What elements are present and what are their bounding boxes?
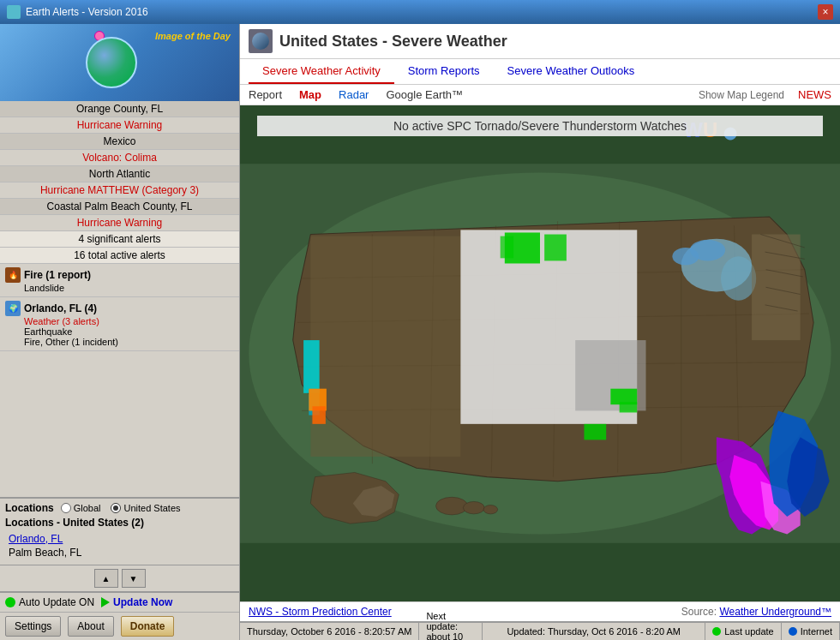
orlando-weather[interactable]: Weather (3 alerts) <box>5 316 234 326</box>
update-now-label: Update Now <box>113 596 172 608</box>
subtab-map[interactable]: Map <box>299 88 321 101</box>
svg-rect-22 <box>303 340 320 393</box>
wu-source: Source: Weather Underground™ <box>681 606 831 618</box>
fire-group: 🔥 Fire (1 report) Landslide <box>0 264 239 297</box>
locations-bar: Locations Global United States <box>0 497 239 565</box>
next-update-text: Next update: about 10 minutes <box>426 611 475 640</box>
fire-label[interactable]: Fire (1 report) <box>24 269 91 281</box>
nws-link[interactable]: NWS - Storm Prediction Center <box>249 606 392 618</box>
wu-link[interactable]: Weather Underground™ <box>719 606 831 618</box>
last-update-dot <box>712 627 721 636</box>
show-legend-link[interactable]: Show Map Legend <box>699 89 784 101</box>
global-label: Global <box>74 503 101 513</box>
alert-type-4[interactable]: Hurricane Warning <box>0 215 239 231</box>
fire-icon: 🔥 <box>5 267 21 283</box>
play-icon <box>101 597 110 607</box>
location-radio-group: Global United States <box>61 503 181 513</box>
status-updated: Updated: Thursday, Oct 6 2016 - 8:20 AM <box>483 623 705 640</box>
svg-point-27 <box>721 256 756 300</box>
right-panel-title: United States - Severe Weather <box>279 33 507 51</box>
about-button[interactable]: About <box>68 616 113 637</box>
auto-update-label: Auto Update ON <box>19 596 94 608</box>
title-bar-text: Earth Alerts - Version 2016 <box>26 6 148 18</box>
globe-icon <box>86 37 137 88</box>
sub-tabs: Report Map Radar Google Earth™ Show Map … <box>240 85 840 105</box>
nav-tabs: Severe Weather Activity Storm Reports Se… <box>240 59 840 85</box>
locations-tab-label: Locations <box>5 502 54 514</box>
svg-point-29 <box>436 497 468 515</box>
nav-arrows: ▲ ▼ <box>0 565 239 591</box>
settings-button[interactable]: Settings <box>5 616 61 637</box>
svg-rect-21 <box>584 424 606 440</box>
location-list: Orlando, FL Palm Beach, FL <box>5 530 234 561</box>
status-last-update: Last update <box>705 623 782 640</box>
svg-rect-13 <box>310 236 460 457</box>
us-label: United States <box>123 503 180 513</box>
left-panel: Image of the Day Orange County, FL Hurri… <box>0 24 240 640</box>
tab-severe-weather[interactable]: Severe Weather Activity <box>249 59 394 84</box>
svg-point-33 <box>690 240 725 261</box>
internet-dot <box>789 627 797 636</box>
orlando-group: 🌍 Orlando, FL (4) Weather (3 alerts) Ear… <box>0 297 239 351</box>
news-label[interactable]: NEWS <box>798 88 831 101</box>
auto-update-dot <box>5 597 15 607</box>
subtab-googleearth[interactable]: Google Earth™ <box>386 88 463 101</box>
right-panel: United States - Severe Weather Severe We… <box>240 24 840 640</box>
status-next-update: Next update: about 10 minutes <box>419 623 483 640</box>
app-icon <box>7 5 21 19</box>
us-radio[interactable]: United States <box>111 503 180 513</box>
alert-list: Orange County, FL Hurricane Warning Mexi… <box>0 101 239 497</box>
us-map-svg <box>240 105 840 601</box>
arrow-down-button[interactable]: ▼ <box>122 569 146 588</box>
status-bar: Thursday, October 6 2016 - 8:20:57 AM Ne… <box>240 621 840 640</box>
svg-rect-18 <box>501 236 513 259</box>
bottom-right-bar: NWS - Storm Prediction Center Source: We… <box>240 601 840 621</box>
auto-update-status: Auto Update ON <box>5 596 94 608</box>
locations-list-title: Locations - United States (2) <box>5 517 234 529</box>
subtab-report[interactable]: Report <box>249 88 282 101</box>
svg-rect-25 <box>312 406 325 424</box>
location-orlando[interactable]: Orlando, FL <box>5 532 234 546</box>
orlando-label[interactable]: Orlando, FL (4) <box>24 302 97 314</box>
alert-type-3[interactable]: Hurricane MATTHEW (Category 3) <box>0 182 239 199</box>
internet-label: Internet <box>801 626 832 637</box>
status-internet: Internet <box>782 623 840 640</box>
orlando-icon: 🌍 <box>5 301 21 316</box>
alert-region-3[interactable]: North Atlantic <box>0 166 239 182</box>
bottom-buttons: Settings About Donate <box>0 612 239 640</box>
alert-region-4[interactable]: Coastal Palm Beach County, FL <box>0 199 239 215</box>
tab-storm-reports[interactable]: Storm Reports <box>394 59 494 84</box>
image-of-day-label: Image of the Day <box>155 31 231 42</box>
arrow-up-button[interactable]: ▲ <box>94 569 118 588</box>
svg-rect-17 <box>544 235 567 261</box>
orlando-earthquake[interactable]: Earthquake <box>5 326 234 337</box>
alert-type-1[interactable]: Hurricane Warning <box>0 117 239 134</box>
svg-point-31 <box>483 505 497 514</box>
globe-area: Image of the Day <box>0 24 239 101</box>
alert-region-1[interactable]: Orange County, FL <box>0 101 239 117</box>
donate-button[interactable]: Donate <box>121 616 175 637</box>
svg-point-30 <box>463 501 484 513</box>
svg-rect-28 <box>752 235 801 341</box>
svg-rect-20 <box>620 402 638 412</box>
updated-text: Updated: Thursday, Oct 6 2016 - 8:20 AM <box>507 626 681 637</box>
alert-region-2[interactable]: Mexico <box>0 134 239 150</box>
subtab-radar[interactable]: Radar <box>339 88 369 101</box>
no-watch-message: No active SPC Tornado/Severe Thunderstor… <box>257 116 823 136</box>
sub-tab-group: Report Map Radar Google Earth™ <box>249 88 463 101</box>
status-datetime: Thursday, October 6 2016 - 8:20:57 AM <box>240 623 419 640</box>
datetime-text: Thursday, October 6 2016 - 8:20:57 AM <box>247 626 411 637</box>
alert-total: 16 total active alerts <box>0 248 239 264</box>
location-palmbeach[interactable]: Palm Beach, FL <box>5 546 234 559</box>
close-button[interactable]: × <box>818 4 833 20</box>
title-bar: Earth Alerts - Version 2016 × <box>0 0 840 24</box>
update-now-button[interactable]: Update Now <box>101 596 172 608</box>
alert-type-2[interactable]: Volcano: Colima <box>0 150 239 166</box>
global-radio[interactable]: Global <box>61 503 101 513</box>
last-update-label: Last update <box>724 626 774 637</box>
orlando-fire[interactable]: Fire, Other (1 incident) <box>5 337 234 347</box>
weather-header-icon <box>249 29 273 53</box>
map-area: No active SPC Tornado/Severe Thunderstor… <box>240 105 840 601</box>
landslide-label[interactable]: Landslide <box>5 283 234 293</box>
tab-severe-outlooks[interactable]: Severe Weather Outlooks <box>494 59 649 84</box>
